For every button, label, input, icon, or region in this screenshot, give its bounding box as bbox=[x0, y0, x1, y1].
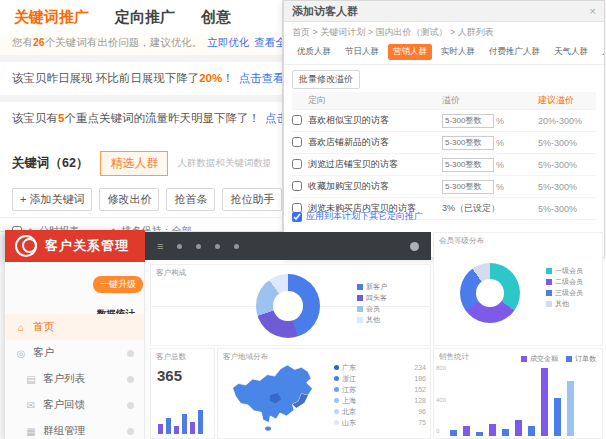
suggest-value: 5%-300% bbox=[538, 204, 596, 214]
optimize-now-link[interactable]: 立即优化 bbox=[207, 36, 249, 48]
premium-input[interactable] bbox=[442, 158, 494, 172]
bar-legend: 成交金额 订单数 bbox=[521, 353, 596, 364]
sidebar-item-customer-feedback[interactable]: ✉ 客户回馈 bbox=[5, 392, 144, 418]
nav-item-1[interactable] bbox=[177, 244, 182, 249]
premium-input[interactable] bbox=[442, 114, 494, 128]
region-value: 96 bbox=[418, 408, 426, 415]
tab-quality-audience[interactable]: 优质人群 bbox=[292, 44, 336, 60]
apply-other-plans-checkbox[interactable] bbox=[292, 212, 302, 222]
legend-swatch bbox=[334, 376, 339, 381]
y-tick: 400 bbox=[436, 397, 446, 403]
legend-label: 回头客 bbox=[366, 293, 387, 303]
nav-item-4[interactable] bbox=[234, 244, 239, 249]
legend-swatch bbox=[357, 295, 363, 301]
legend-swatch bbox=[334, 387, 339, 392]
tab-targeted-promotion[interactable]: 定向推广 bbox=[115, 8, 175, 27]
chart-legend: 新客户 回头客 会员 其他 bbox=[357, 281, 387, 325]
tab-paid-visitor-audience[interactable]: 付费推广人群 bbox=[484, 44, 545, 60]
menu-icon[interactable]: ≡ bbox=[157, 240, 163, 252]
tab-creative[interactable]: 创意 bbox=[201, 8, 231, 27]
alert-impressions-drop: 该宝贝昨日展现 环比前日展现下降了20%！点击查看 bbox=[0, 62, 282, 95]
region-value: 128 bbox=[414, 397, 426, 404]
legend-swatch bbox=[357, 306, 363, 312]
batch-edit-premium-button[interactable]: 批量修改溢价 bbox=[292, 70, 360, 89]
legend-swatch bbox=[546, 290, 552, 296]
toggle-switch[interactable] bbox=[127, 402, 134, 409]
legend-label: 其他 bbox=[366, 315, 380, 325]
region-name: 江苏 bbox=[342, 385, 356, 395]
audience-name: 浏览过店铺宝贝的访客 bbox=[308, 158, 442, 171]
legend-swatch bbox=[521, 356, 527, 362]
alert-view-link[interactable]: 点击查看 bbox=[265, 112, 282, 124]
toggle-switch[interactable] bbox=[127, 428, 134, 435]
alert-view-link[interactable]: 点击查看 bbox=[239, 72, 282, 84]
top-tabs: 关键词推广 定向推广 创意 bbox=[0, 0, 282, 33]
bar bbox=[182, 414, 187, 434]
legend-swatch bbox=[334, 365, 339, 370]
dialog-title: 添加访客人群 bbox=[292, 4, 358, 19]
view-all-bids-link[interactable]: 查看全账户出价问题 bbox=[254, 36, 282, 48]
tab-holiday-audience[interactable]: 节日人群 bbox=[340, 44, 384, 60]
sidebar-item-label: 首页 bbox=[33, 320, 54, 334]
sidebar-menu: ⌂ 首页 ◎ 客户 ▤ 客户列表 ✉ 客户回馈 bbox=[5, 314, 144, 439]
premium-input[interactable] bbox=[442, 136, 494, 150]
audience-name: 收藏加购宝贝的访客 bbox=[308, 180, 442, 193]
toggle-switch[interactable] bbox=[127, 376, 134, 383]
suggest-value: 20%-300% bbox=[538, 116, 596, 126]
sidebar-item-label: 客户列表 bbox=[43, 372, 85, 386]
nav-item-2[interactable] bbox=[196, 244, 201, 249]
sidebar-item-home[interactable]: ⌂ 首页 bbox=[5, 314, 144, 340]
subtab-note: 人群数据和关键词数据现已分开管理 bbox=[177, 157, 270, 170]
customer-icon: ◎ bbox=[15, 348, 27, 359]
subtab-keywords[interactable]: 关键词（62） bbox=[12, 155, 88, 172]
sidebar-item-label: 客户回馈 bbox=[43, 398, 85, 412]
bar bbox=[567, 381, 574, 436]
close-icon[interactable]: × bbox=[590, 5, 596, 17]
tab-realtime-audience[interactable]: 实时人群 bbox=[436, 44, 480, 60]
bar bbox=[502, 429, 509, 436]
sidebar-item-customer-list[interactable]: ▤ 客户列表 bbox=[5, 366, 144, 392]
tab-marketing-audience[interactable]: 营销人群 bbox=[388, 44, 432, 60]
rank-helper-button[interactable]: 抢位助手 bbox=[222, 188, 282, 211]
percent-unit: % bbox=[496, 182, 504, 192]
grab-first-button[interactable]: 抢首条 bbox=[166, 188, 215, 211]
subtab-audience[interactable]: 精选人群 bbox=[100, 151, 168, 176]
toggle-switch[interactable] bbox=[127, 350, 134, 357]
table-header-row: 定向 溢价 建议溢价 bbox=[292, 92, 596, 110]
sidebar-item-group-management[interactable]: ▦ 群组管理 bbox=[5, 418, 144, 439]
add-keyword-button[interactable]: + 添加关键词 bbox=[12, 188, 92, 211]
percent-unit: % bbox=[496, 160, 504, 170]
suggest-value: 5%-300% bbox=[538, 138, 596, 148]
user-avatar[interactable] bbox=[410, 242, 419, 251]
alert-keyword-traffic-drop: 该宝贝有5个重点关键词的流量昨天明显下降了！点击查看 bbox=[0, 102, 282, 135]
legend-label: 其他 bbox=[555, 299, 569, 309]
edit-bid-button[interactable]: 修改出价 bbox=[99, 188, 159, 211]
legend-label: 成交金额 bbox=[530, 354, 558, 364]
tab-demographic-audience[interactable]: 人口属性人群 bbox=[597, 44, 604, 60]
nav-item-3[interactable] bbox=[215, 244, 220, 249]
legend-swatch bbox=[334, 409, 339, 414]
sidebar-item-customers[interactable]: ◎ 客户 bbox=[5, 340, 144, 366]
suggest-value: 5%-300% bbox=[538, 160, 596, 170]
crm-logo-bar: 客户关系管理 bbox=[5, 230, 145, 262]
y-axis-ticks: 800 400 0 bbox=[436, 365, 446, 434]
legend-swatch bbox=[546, 279, 552, 285]
legend-label: 订单数 bbox=[575, 354, 596, 364]
audience-name: 喜欢店铺新品的访客 bbox=[308, 136, 442, 149]
percent-unit: % bbox=[496, 116, 504, 126]
row-checkbox[interactable] bbox=[292, 115, 302, 125]
keyword-promotion-panel: 关键词推广 定向推广 创意 您有26个关键词有出价问题，建议优化。立即优化查看全… bbox=[0, 0, 283, 232]
tab-weather-audience[interactable]: 天气人群 bbox=[549, 44, 593, 60]
apply-other-plans-option[interactable]: 应用到本计划下其它定向推广 bbox=[292, 210, 423, 223]
customer-composition-donut bbox=[256, 274, 320, 338]
row-checkbox[interactable] bbox=[292, 137, 302, 147]
upgrade-button[interactable]: 一键升级 bbox=[93, 276, 143, 293]
row-checkbox[interactable] bbox=[292, 159, 302, 169]
premium-input[interactable] bbox=[442, 180, 494, 194]
apply-other-plans-label: 应用到本计划下其它定向推广 bbox=[306, 210, 423, 223]
donut-hole bbox=[273, 291, 302, 320]
row-checkbox[interactable] bbox=[292, 181, 302, 191]
bid-notice-bar: 您有26个关键词有出价问题，建议优化。立即优化查看全账户出价问题 bbox=[0, 33, 282, 56]
tab-keyword-promotion[interactable]: 关键词推广 bbox=[14, 8, 89, 27]
col-header-target: 定向 bbox=[308, 94, 442, 107]
